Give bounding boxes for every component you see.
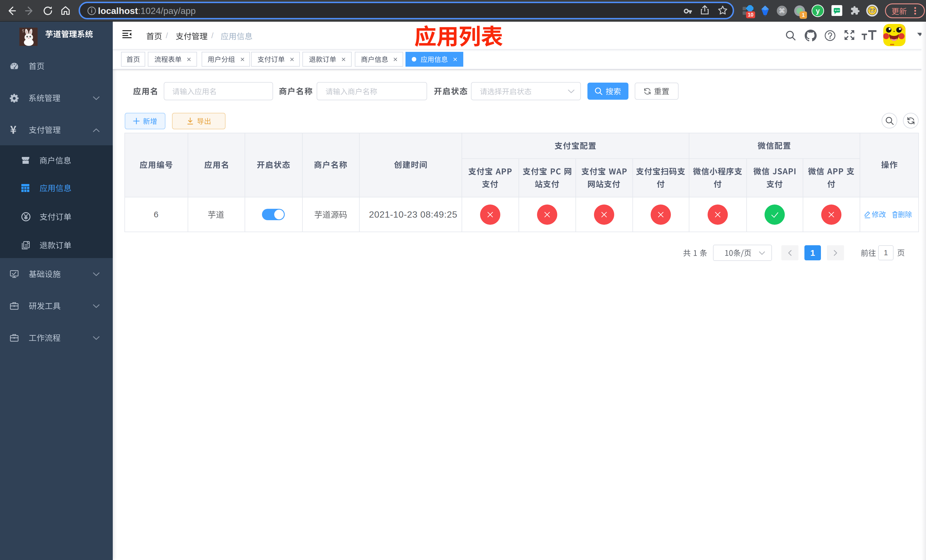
svg-text:y: y bbox=[816, 7, 820, 15]
svg-text:⌘: ⌘ bbox=[779, 8, 785, 15]
